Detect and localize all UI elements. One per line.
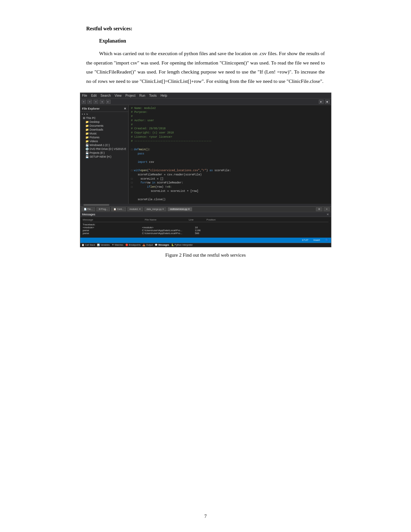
- fe-item-thispc[interactable]: ⊞ This PC: [80, 116, 128, 120]
- taskbar-watches[interactable]: 👁 Watches: [112, 244, 123, 246]
- fe-title: File Explorer: [82, 107, 100, 110]
- subsection-title: Explanation: [99, 38, 325, 44]
- messages-close[interactable]: ✕: [327, 213, 329, 216]
- ide-main: File Explorer ✕ ◂ ▸ ↻ ⊞ This PC 📁 Deskto…: [80, 105, 331, 204]
- menu-search[interactable]: Search: [101, 94, 111, 97]
- msg-parse1-file: C:\Users\user\AppData\Local\Pro...: [142, 229, 194, 232]
- taskbar-module1[interactable]: module1 ✕: [127, 207, 143, 211]
- statusbar-mode: Insert: [313, 239, 320, 241]
- toolbar-btn-open[interactable]: ▪: [87, 100, 92, 104]
- fe-close-icon[interactable]: ✕: [124, 107, 126, 110]
- menu-project[interactable]: Project: [125, 94, 135, 97]
- col-position: Position: [207, 218, 216, 221]
- taskbar-more[interactable]: ≡: [324, 207, 329, 211]
- menu-help[interactable]: Help: [161, 94, 167, 97]
- section-title: Restful web services:: [86, 26, 325, 32]
- statusbar-icon: 🔵: [325, 239, 328, 241]
- msg-traceback: Traceback:: [83, 223, 95, 226]
- col-filename: File Name: [145, 218, 156, 221]
- taskbar-restful[interactable]: restfulservices.py ✕: [168, 207, 192, 211]
- taskbar-output[interactable]: 📤 Output: [142, 244, 153, 246]
- fe-toolbar: ◂ ▸ ↻: [80, 112, 128, 116]
- ide-menubar: File Edit Search View Project Run Tools …: [80, 93, 331, 99]
- toolbar-btn-new[interactable]: ▪: [82, 100, 86, 104]
- messages-title: Messages: [82, 213, 95, 216]
- toolbar-btn-save[interactable]: ▪: [93, 100, 98, 104]
- fe-item-music[interactable]: 📁 Music: [80, 132, 128, 135]
- scrollbar-thumb: [83, 204, 109, 206]
- taskbar-prog[interactable]: ⚙ Prog...: [96, 207, 110, 211]
- menu-view[interactable]: View: [115, 94, 122, 97]
- page: Restful web services: Explanation Which …: [61, 0, 351, 532]
- taskbar-datamerge[interactable]: data_merge.py ✕: [144, 207, 167, 211]
- msg-module-line: 16: [195, 226, 198, 229]
- body-text: Which was carried out to the execution o…: [86, 49, 325, 86]
- file-explorer-header: File Explorer ✕: [80, 106, 128, 112]
- fe-item-setup[interactable]: 💾 SETUP-NEW (H:): [80, 155, 128, 159]
- toolbar-stop[interactable]: ◼: [325, 100, 330, 104]
- fe-item-dvd[interactable]: 💿 DVD RW Drive (D:) VS2015 E: [80, 147, 128, 151]
- message-row-parse1: parse C:\Users\user\AppData\Local\Pro...…: [83, 229, 328, 232]
- statusbar-position: 17:27: [302, 239, 308, 241]
- ide-statusbar: 17:27 Insert 🔵: [80, 238, 331, 243]
- message-row-traceback: Traceback:: [83, 223, 328, 226]
- message-row-module1: <module> <module> 16: [83, 226, 328, 229]
- page-number: 7: [61, 514, 351, 519]
- bottom-taskbar: 📋 Call Stack 📊 Variables 👁 Watches 🔴 Bre…: [80, 243, 331, 247]
- msg-module-file: <module>: [142, 226, 194, 229]
- taskbar-callstack[interactable]: 📋 Call Stack: [82, 244, 95, 246]
- col-line: Line: [189, 218, 193, 221]
- taskbar-variables[interactable]: 📊 Variables: [97, 244, 110, 246]
- taskbar-cont[interactable]: 📋 Cont...: [111, 207, 126, 211]
- taskbar-file[interactable]: 📄 File...: [82, 207, 95, 211]
- fe-item-downloads[interactable]: 📁 Downloads: [80, 128, 128, 132]
- figure-caption: Figure 2 Find out the restful web servic…: [165, 252, 246, 258]
- ide-screenshot: File Edit Search View Project Run Tools …: [80, 93, 331, 247]
- msg-parse1-label: parse: [83, 229, 141, 232]
- messages-area: Message File Name Line Position Tracebac…: [80, 217, 331, 236]
- msg-parse2-line: 586: [195, 232, 199, 235]
- menu-run[interactable]: Run: [139, 94, 145, 97]
- col-message: Message: [83, 218, 93, 221]
- taskbar-python[interactable]: 🐍 Python Interpreter: [171, 244, 193, 246]
- menu-file[interactable]: File: [82, 94, 87, 97]
- fe-item-documents[interactable]: 📁 Documents: [80, 124, 128, 128]
- code-area: # Name: module2 # Purpose: # # Author: u…: [129, 105, 331, 204]
- taskbar-breakpoints[interactable]: 🔴 Breakpoints: [125, 244, 141, 246]
- message-row-parse2: parse C:\Users\user\AppData\Local\Pro...…: [83, 232, 328, 235]
- scrollbar-h[interactable]: [80, 204, 331, 206]
- menu-tools[interactable]: Tools: [149, 94, 157, 97]
- file-explorer: File Explorer ✕ ◂ ▸ ↻ ⊞ This PC 📁 Deskto…: [80, 105, 129, 204]
- ide-toolbar: ▪ ▪ ▪ ◂ ▸ ▶ ◼: [80, 99, 331, 105]
- toolbar-btn-undo[interactable]: ◂: [100, 100, 104, 104]
- msg-parse2-label: parse: [83, 232, 141, 235]
- fe-item-desktop[interactable]: 📁 Desktop: [80, 120, 128, 124]
- taskbar-settings[interactable]: ⚙: [316, 207, 322, 211]
- messages-panel: Messages ✕ Message File Name Line Positi…: [80, 212, 331, 238]
- messages-header: Message File Name Line Position: [83, 218, 328, 222]
- fe-item-pictures[interactable]: 📁 Pictures: [80, 135, 128, 139]
- figure-container: File Edit Search View Project Run Tools …: [86, 93, 325, 258]
- toolbar-run[interactable]: ▶: [319, 100, 324, 104]
- fe-item-videos[interactable]: 📁 Videos: [80, 139, 128, 143]
- code-content[interactable]: # Name: module2 # Purpose: # # Author: u…: [129, 105, 331, 204]
- fe-fwd-icon[interactable]: ▸: [84, 113, 85, 115]
- msg-module-label: <module>: [83, 226, 141, 229]
- taskbar-messages-btn[interactable]: 💬 Messages: [155, 244, 169, 246]
- msg-parse2-file: C:\Users\user\AppData\Local\Pro...: [142, 232, 194, 235]
- fe-back-icon[interactable]: ◂: [82, 113, 83, 115]
- fe-item-win[interactable]: 💾 Windows8.1 (C:): [80, 143, 128, 147]
- toolbar-btn-redo[interactable]: ▸: [106, 100, 111, 104]
- fe-refresh-icon[interactable]: ↻: [86, 113, 88, 115]
- menu-edit[interactable]: Edit: [91, 94, 97, 97]
- msg-parse1-line: 1196: [195, 229, 201, 232]
- fe-item-projects[interactable]: 💾 Projects (E:): [80, 151, 128, 155]
- ide-taskbar: 📄 File... ⚙ Prog... 📋 Cont... module1 ✕ …: [80, 206, 331, 212]
